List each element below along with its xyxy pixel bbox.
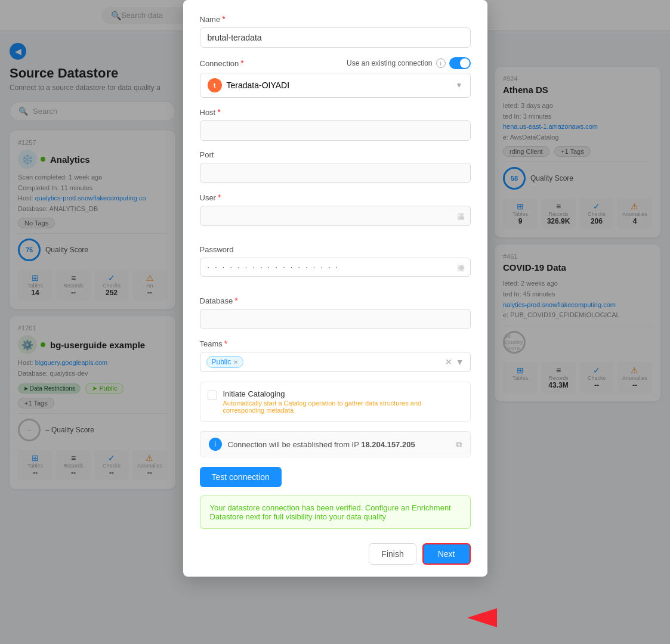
ip-info-box: i Connection will be established from IP… [200,431,471,457]
teams-required: * [224,339,227,348]
teams-actions: ✕ ▼ [445,357,464,367]
port-label: Port [200,150,471,159]
success-text: Your datastore connection has been verif… [210,503,461,521]
password-label: Password [200,245,471,254]
remove-team-icon[interactable]: ✕ [233,359,238,366]
user-end-icon: ▦ [457,211,465,221]
host-input[interactable] [200,120,471,141]
initiate-cataloging-checkbox[interactable] [208,391,217,400]
ip-text: Connection will be established from IP 1… [228,440,415,449]
port-input[interactable] [200,163,471,183]
use-existing-toggle[interactable]: Use an existing connection i [347,57,470,69]
toggle-switch[interactable] [449,57,471,69]
database-label: Database * [200,296,471,305]
success-box: Your datastore connection has been verif… [200,496,471,529]
initiate-cataloging-row: Initiate Cataloging Automatically start … [200,382,471,422]
dropdown-arrow-icon: ▼ [456,81,463,89]
datastore-modal: Name * Connection * Use an existing conn… [183,0,487,577]
teams-field[interactable]: Public ✕ ✕ ▼ [200,352,471,372]
name-required: * [222,14,225,24]
teams-label: Teams * [200,339,471,348]
database-input[interactable] [200,309,471,329]
next-arrow-indicator [449,608,497,627]
initiate-cataloging-text: Initiate Cataloging Automatically start … [223,389,463,414]
modal-footer: Finish Next [200,538,471,565]
password-field-wrapper: ▦ [200,258,471,277]
connection-value: Teradata-OIYADI [227,80,290,90]
public-team-tag[interactable]: Public ✕ [206,356,244,368]
next-button[interactable]: Next [422,543,471,565]
user-label: User * [200,193,471,202]
test-connection-button[interactable]: Test connection [200,467,282,487]
red-arrow-shape [449,608,497,627]
password-end-icon: ▦ [457,262,465,272]
finish-button[interactable]: Finish [369,543,416,565]
info-icon[interactable]: i [436,58,446,68]
ip-value: 18.204.157.205 [361,440,415,449]
teams-dropdown-arrow[interactable]: ▼ [456,357,464,367]
name-input[interactable] [200,27,471,48]
host-required: * [217,107,220,117]
use-existing-label: Use an existing connection [347,59,432,67]
connection-label: Connection * [200,58,244,68]
db-required: * [234,296,237,305]
password-input[interactable] [200,258,471,277]
user-input[interactable] [200,206,471,226]
connection-dropdown[interactable]: t Teradata-OIYADI ▼ [200,73,471,98]
user-field-wrapper: ▦ [200,206,471,226]
connection-header: Connection * Use an existing connection … [200,57,471,69]
ip-info-icon: i [209,438,222,451]
user-required: * [218,193,221,202]
clear-teams-icon[interactable]: ✕ [445,357,452,367]
host-label: Host * [200,107,471,117]
name-label: Name * [200,14,471,24]
connection-required: * [240,58,243,68]
teradata-icon: t [208,78,222,92]
copy-ip-icon[interactable]: ⧉ [456,439,462,450]
